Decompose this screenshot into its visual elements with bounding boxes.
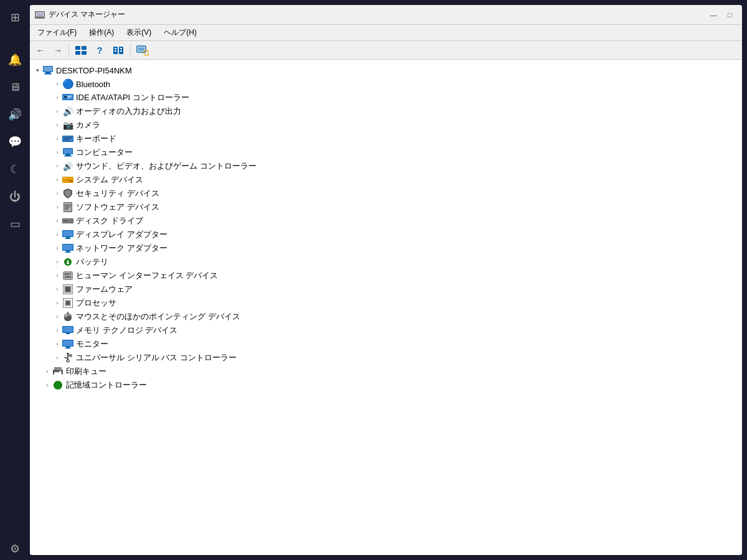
svg-rect-60: [65, 273, 67, 275]
restore-button[interactable]: □: [722, 9, 737, 21]
tree-item-print[interactable]: › 印刷キュー: [30, 365, 742, 378]
svg-rect-28: [63, 137, 72, 138]
minimize-all-icon[interactable]: ▭: [4, 213, 26, 235]
expand-bluetooth[interactable]: ›: [52, 79, 62, 89]
tree-item-monitor[interactable]: › モニター: [30, 337, 742, 351]
expand-security[interactable]: ›: [52, 189, 62, 198]
display-label: ディスプレイ アダプター: [76, 229, 167, 240]
svg-rect-42: [65, 207, 70, 208]
svg-rect-30: [63, 139, 70, 140]
notification-icon[interactable]: 🔔: [4, 49, 26, 71]
tree-item-disk[interactable]: › ディスク ドライブ: [30, 214, 742, 228]
expand-network[interactable]: ›: [52, 243, 62, 253]
system-label: システム デバイス: [76, 174, 143, 185]
tree-item-processor[interactable]: › プロセッサ: [30, 296, 742, 310]
expand-root[interactable]: ▾: [32, 65, 42, 75]
scan-button[interactable]: [133, 43, 152, 58]
svg-rect-4: [82, 46, 87, 50]
expand-mouse[interactable]: ›: [52, 312, 62, 322]
firmware-icon: [62, 284, 73, 295]
moon-icon[interactable]: ☾: [4, 158, 26, 180]
expand-memory[interactable]: ›: [52, 325, 62, 335]
keyboard-icon: [62, 133, 73, 144]
expand-monitor[interactable]: ›: [52, 339, 62, 349]
svg-rect-97: [57, 387, 59, 389]
processor-icon: [62, 297, 73, 309]
audio-icon: 🔊: [62, 106, 73, 117]
tree-item-display[interactable]: › ディスプレイ アダプター: [30, 228, 742, 241]
svg-rect-1: [37, 13, 43, 17]
tree-item-audio[interactable]: › 🔊 オーディオの入力および出力: [30, 105, 742, 118]
menu-action[interactable]: 操作(A): [84, 26, 119, 39]
expand-camera[interactable]: ›: [52, 120, 62, 130]
expand-computer[interactable]: ›: [52, 147, 62, 157]
tree-item-mouse[interactable]: › マウスとそのほかのポインティング デバイス: [30, 310, 742, 324]
expand-sound-video[interactable]: ›: [52, 161, 62, 171]
tree-item-software[interactable]: › ソフトウェア デバイス: [30, 200, 742, 214]
monitor-icon: [62, 338, 73, 350]
tree-item-memory[interactable]: › メモリ テクノロジ デバイス: [30, 324, 742, 337]
display-icon: [62, 229, 73, 240]
menu-view[interactable]: 表示(V): [121, 26, 156, 39]
expand-software[interactable]: ›: [52, 202, 62, 212]
help-button[interactable]: ?: [92, 43, 108, 58]
tree-item-usb[interactable]: › ユニバーサル シリアル バス コントローラー: [30, 351, 742, 365]
software-label: ソフトウェア デバイス: [76, 202, 159, 213]
bluetooth-label: Bluetooth: [76, 80, 110, 89]
properties-button[interactable]: [109, 43, 128, 58]
svg-point-95: [57, 384, 59, 386]
expand-ide[interactable]: ›: [52, 93, 62, 103]
expand-hid[interactable]: ›: [52, 271, 62, 281]
menu-help[interactable]: ヘルプ(H): [159, 26, 202, 39]
expand-firmware[interactable]: ›: [52, 284, 62, 294]
gear-icon[interactable]: ⚙: [4, 538, 26, 560]
forward-button[interactable]: →: [50, 43, 66, 58]
expand-battery[interactable]: ›: [52, 257, 62, 267]
tree-item-camera[interactable]: › 📷 カメラ: [30, 118, 742, 132]
expand-system[interactable]: ›: [52, 175, 62, 185]
tree-item-security[interactable]: › セキュリティ デバイス: [30, 187, 742, 200]
menu-bar: ファイル(F) 操作(A) 表示(V) ヘルプ(H): [30, 25, 742, 41]
expand-audio[interactable]: ›: [52, 106, 62, 116]
svg-rect-19: [45, 72, 50, 73]
tree-item-storage[interactable]: › 記憶域コントローラー: [30, 378, 742, 392]
tree-item-hid[interactable]: › ヒューマン インターフェイス デバイス: [30, 269, 742, 282]
tree-item-sound-video[interactable]: › 🔊 サウンド、ビデオ、およびゲーム コントローラー: [30, 159, 742, 173]
disk-icon: [62, 215, 73, 226]
tree-item-firmware[interactable]: › ファームウェア: [30, 282, 742, 296]
svg-rect-9: [115, 48, 116, 49]
svg-rect-82: [67, 353, 69, 354]
back-button[interactable]: ←: [32, 43, 49, 58]
disk-label: ディスク ドライブ: [76, 215, 143, 226]
sound-taskbar-icon[interactable]: 🔊: [4, 103, 26, 126]
expand-usb[interactable]: ›: [52, 353, 62, 363]
view-button[interactable]: [72, 43, 90, 58]
tree-item-keyboard[interactable]: › キーボード: [30, 132, 742, 146]
tree-item-battery[interactable]: › バッテリ: [30, 255, 742, 269]
power-icon[interactable]: ⏻: [4, 185, 26, 208]
battery-label: バッテリ: [76, 256, 108, 268]
minimize-button[interactable]: —: [706, 9, 721, 21]
tree-root: ▾ DESKTOP-PI54NKM › 🔵 B: [30, 62, 742, 393]
chat-taskbar-icon[interactable]: 💬: [4, 131, 26, 153]
monitor-taskbar-icon[interactable]: 🖥: [4, 76, 26, 98]
tree-root-item[interactable]: ▾ DESKTOP-PI54NKM: [30, 63, 742, 77]
expand-processor[interactable]: ›: [52, 298, 62, 308]
expand-keyboard[interactable]: ›: [52, 134, 62, 144]
expand-disk[interactable]: ›: [52, 216, 62, 226]
svg-rect-38: [68, 180, 73, 182]
tree-item-system[interactable]: › システム デバイス: [30, 173, 742, 187]
expand-print[interactable]: ›: [42, 366, 52, 376]
start-icon[interactable]: ⊞: [4, 6, 26, 29]
expand-display[interactable]: ›: [52, 230, 62, 240]
menu-file[interactable]: ファイル(F): [32, 26, 82, 39]
network-label: ネットワーク アダプター: [76, 243, 167, 254]
tree-item-ide[interactable]: › IDE ATA/ATAPI コントローラー: [30, 91, 742, 105]
tree-item-network[interactable]: › ネットワーク アダプター: [30, 241, 742, 255]
tree-item-computer[interactable]: › コンピューター: [30, 146, 742, 159]
tree-item-bluetooth[interactable]: › 🔵 Bluetooth: [30, 77, 742, 91]
svg-rect-77: [66, 333, 70, 334]
svg-rect-18: [44, 67, 52, 72]
expand-storage[interactable]: ›: [42, 380, 52, 390]
svg-rect-63: [70, 273, 71, 274]
